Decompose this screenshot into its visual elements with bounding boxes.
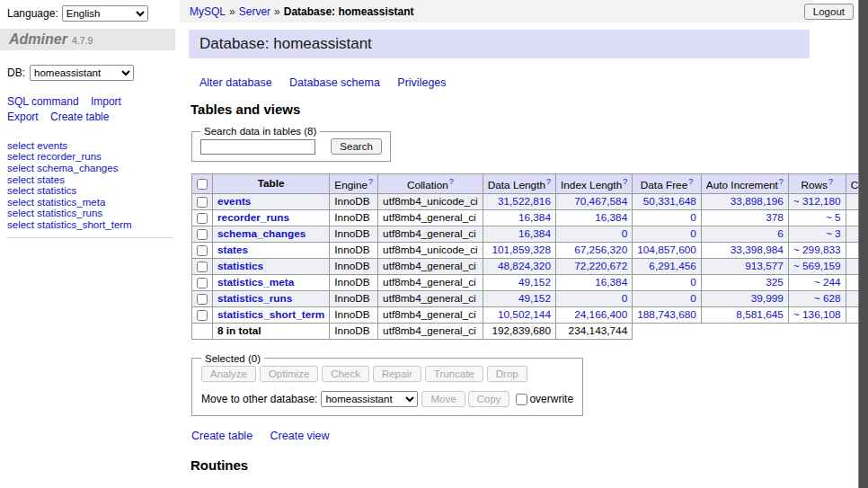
rows-link[interactable]: ~ 569,159 xyxy=(793,260,841,272)
db-select[interactable]: homeassistant xyxy=(30,65,134,81)
table-name-cell: statistics_meta xyxy=(213,274,330,290)
table-row-statistics-runs: statistics_runsInnoDButf8mb4_general_ci4… xyxy=(192,290,868,306)
row-checkbox[interactable] xyxy=(197,294,208,305)
rows-link[interactable]: ~ 299,833 xyxy=(793,244,841,256)
table-name-cell: states xyxy=(213,242,330,258)
check-button[interactable]: Check xyxy=(322,366,369,382)
totals-collation-cell: utf8mb4_general_ci xyxy=(378,323,483,339)
copy-button[interactable]: Copy xyxy=(468,391,510,407)
rows-link[interactable]: ~ 628 xyxy=(814,292,841,305)
overwrite-label[interactable]: overwrite xyxy=(529,393,573,405)
sidebar: Adminer4.7.9 DB:homeassistant SQL comman… xyxy=(0,29,175,488)
action-link-database-schema[interactable]: Database schema xyxy=(289,76,380,89)
breadcrumb-current: Database: homeassistant xyxy=(284,5,414,18)
auto-increment-cell: 325 xyxy=(701,274,788,290)
rows-link[interactable]: ~ 244 xyxy=(814,276,841,288)
table-link[interactable]: statistics_runs xyxy=(217,292,292,305)
data-length-cell: 16,384 xyxy=(483,226,555,242)
sidebar-link-select-events[interactable]: select events xyxy=(7,140,173,152)
action-link-privileges[interactable]: Privileges xyxy=(397,76,446,89)
help-link[interactable]: ? xyxy=(449,177,454,186)
db-selector-row: DB:homeassistant xyxy=(7,65,175,81)
data-free-cell: 0 xyxy=(633,290,702,306)
main-content: Database: homeassistant Alter database D… xyxy=(189,30,810,488)
row-checkbox[interactable] xyxy=(197,197,208,208)
sidebar-link-select-statistics-runs[interactable]: select statistics_runs xyxy=(7,208,173,219)
row-checkbox[interactable] xyxy=(197,278,208,288)
rows-link[interactable]: ~ 3 xyxy=(826,227,841,240)
table-link[interactable]: statistics_meta xyxy=(217,276,294,288)
collation-cell: utf8mb4_general_ci xyxy=(378,274,483,290)
help-link[interactable]: ? xyxy=(828,177,833,186)
row-checkbox[interactable] xyxy=(197,245,208,256)
collation-cell: utf8mb4_unicode_ci xyxy=(378,193,483,209)
table-link[interactable]: statistics_short_term xyxy=(217,308,324,321)
optimize-button[interactable]: Optimize xyxy=(260,366,318,382)
rows-link[interactable]: ~ 5 xyxy=(826,211,841,224)
repair-button[interactable]: Repair xyxy=(373,366,421,382)
sidebar-link-select-recorder-runs[interactable]: select recorder_runs xyxy=(7,151,173,163)
auto-increment-cell: 913,577 xyxy=(701,258,788,274)
table-link[interactable]: events xyxy=(217,195,251,208)
help-link[interactable]: ? xyxy=(368,177,373,186)
sidebar-link-select-statistics[interactable]: select statistics xyxy=(7,185,173,197)
search-legend: Search data in tables (8) xyxy=(200,126,320,137)
sidebar-link-select-statistics-short-term[interactable]: select statistics_short_term xyxy=(7,219,173,231)
table-row-recorder-runs: recorder_runsInnoDButf8mb4_general_ci16,… xyxy=(192,209,868,226)
rows-cell: ~ 136,108 xyxy=(788,306,846,323)
action-link-create-table[interactable]: Create table xyxy=(191,430,252,442)
action-link-alter-database[interactable]: Alter database xyxy=(199,76,272,89)
search-input[interactable] xyxy=(200,139,315,155)
language-row: Language:English xyxy=(7,5,148,22)
breadcrumb-link-server[interactable]: Server xyxy=(239,5,270,18)
table-row-schema-changes: schema_changesInnoDButf8mb4_general_ci16… xyxy=(192,226,868,242)
truncate-button[interactable]: Truncate xyxy=(425,366,483,382)
action-link-create-view[interactable]: Create view xyxy=(270,430,330,442)
index-length-cell: 24,166,400 xyxy=(555,306,632,323)
totals-label-cell: 8 in total xyxy=(213,323,330,339)
sidebar-link-export[interactable]: Export xyxy=(7,111,39,123)
help-link[interactable]: ? xyxy=(779,177,784,186)
sidebar-link-select-statistics-meta[interactable]: select statistics_meta xyxy=(7,197,173,209)
select-all-checkbox[interactable] xyxy=(197,179,208,190)
data-length-cell: 48,824,320 xyxy=(483,258,555,274)
column-header-table: Table xyxy=(213,174,330,194)
logout-button[interactable]: Logout xyxy=(804,4,854,20)
data-free-cell: 0 xyxy=(633,226,702,242)
sidebar-link-select-schema-changes[interactable]: select schema_changes xyxy=(7,163,173,174)
move-button[interactable]: Move xyxy=(421,391,465,407)
search-button[interactable]: Search xyxy=(331,138,381,155)
sidebar-link-create-table[interactable]: Create table xyxy=(50,111,109,123)
breadcrumb-link-mysql[interactable]: MySQL xyxy=(190,5,226,18)
table-link[interactable]: schema_changes xyxy=(217,227,306,240)
table-link[interactable]: states xyxy=(217,244,248,256)
sidebar-link-select-states[interactable]: select states xyxy=(7,174,173,186)
index-length-cell: 16,384 xyxy=(555,274,632,290)
row-checkbox[interactable] xyxy=(197,229,208,240)
analyze-button[interactable]: Analyze xyxy=(201,366,256,382)
rows-link[interactable]: ~ 136,108 xyxy=(793,308,841,321)
help-link[interactable]: ? xyxy=(623,177,627,186)
column-header-rows: Rows? xyxy=(788,174,846,194)
table-link[interactable]: statistics xyxy=(217,260,263,272)
rows-link[interactable]: ~ 312,180 xyxy=(793,195,841,208)
sidebar-link-import[interactable]: Import xyxy=(91,95,121,108)
overwrite-checkbox[interactable] xyxy=(516,394,527,405)
table-link[interactable]: recorder_runs xyxy=(217,211,289,224)
app-name[interactable]: Adminer xyxy=(9,31,67,47)
sidebar-link-sql-command[interactable]: SQL command xyxy=(7,95,79,108)
help-link[interactable]: ? xyxy=(688,177,693,186)
move-db-select[interactable]: homeassistant xyxy=(321,391,418,407)
drop-button[interactable]: Drop xyxy=(487,366,527,382)
scrollbar[interactable] xyxy=(858,0,868,488)
row-checkbox[interactable] xyxy=(197,262,208,272)
table-row-statistics: statisticsInnoDButf8mb4_general_ci48,824… xyxy=(192,258,868,274)
data-length-cell: 16,384 xyxy=(483,209,555,226)
data-length-cell: 49,152 xyxy=(483,274,555,290)
table-row-states: statesInnoDButf8mb4_unicode_ci101,859,32… xyxy=(192,242,868,258)
row-checkbox[interactable] xyxy=(197,310,208,321)
help-link[interactable]: ? xyxy=(546,177,551,186)
row-checkbox[interactable] xyxy=(197,213,208,224)
language-select[interactable]: English xyxy=(62,5,148,22)
totals-data-length-cell: 192,839,680 xyxy=(483,323,555,339)
